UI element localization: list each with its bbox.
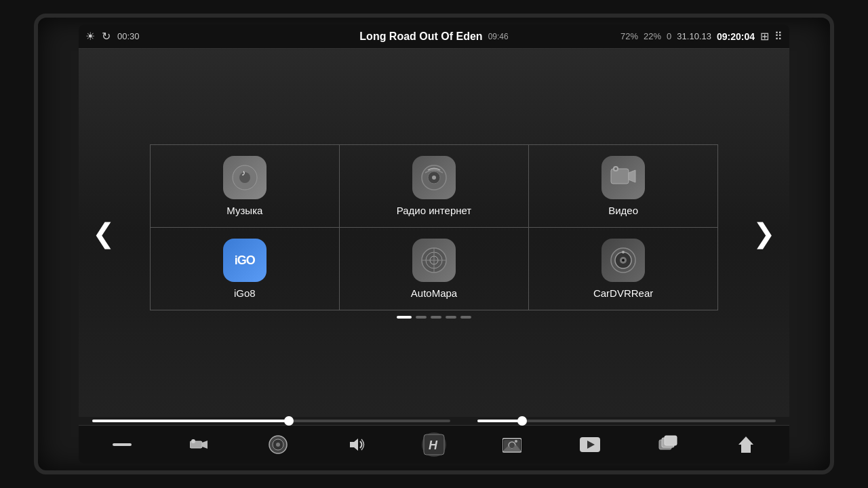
separator-button[interactable] [85, 438, 159, 451]
grid-item-cardvr[interactable]: CarDVRRear [529, 228, 718, 310]
brightness-icon: ☀ [85, 30, 95, 43]
svg-text:H: H [429, 439, 438, 452]
music-label: Музыка [226, 205, 262, 216]
slider-area [79, 417, 789, 425]
page-dot-2 [416, 316, 427, 319]
device-frame: ☀ ↻ 00:30 Long Road Out Of Eden 09:46 72… [34, 14, 834, 474]
video-svg-icon [609, 163, 637, 192]
battery-percent-2: 22% [644, 31, 661, 41]
igo-icon: iGO [223, 239, 267, 282]
track-time: 00:30 [117, 31, 140, 41]
honda-icon: H [422, 432, 446, 457]
grid-status-icon: ⠿ [774, 30, 783, 43]
youtube-button[interactable] [553, 434, 627, 455]
svg-point-9 [614, 167, 617, 170]
svg-point-18 [622, 259, 625, 262]
svg-point-26 [276, 443, 280, 447]
youtube-icon [580, 437, 600, 452]
track-title: Long Road Out Of Eden [359, 30, 482, 43]
status-zero: 0 [667, 31, 671, 41]
speaker-button[interactable] [319, 433, 393, 456]
radio-icon [412, 156, 456, 199]
svg-rect-39 [665, 436, 677, 445]
igo-icon-text: iGO [235, 253, 255, 268]
automap-svg-icon [420, 246, 448, 274]
speaker-icon [346, 436, 366, 453]
svg-point-5 [432, 176, 436, 180]
svg-point-23 [191, 439, 195, 443]
photo-icon [502, 436, 521, 453]
page-dot-4 [446, 316, 456, 319]
video-icon [601, 156, 645, 199]
volume-thumb-2 [517, 416, 527, 426]
svg-rect-6 [611, 169, 629, 184]
home-icon [737, 435, 755, 454]
automap-label: AutoMapa [411, 287, 457, 299]
clock-small: 09:46 [488, 32, 509, 41]
status-bar-left: ☀ ↻ 00:30 [85, 30, 260, 43]
media-source-button[interactable] [163, 434, 237, 455]
windows-icon: ⊞ [760, 30, 769, 43]
page-dot-5 [460, 316, 471, 319]
separator-icon [113, 441, 132, 449]
page-dot-3 [431, 316, 441, 319]
screen: ☀ ↻ 00:30 Long Road Out Of Eden 09:46 72… [79, 24, 789, 464]
eject-icon [268, 434, 288, 455]
automap-icon [412, 239, 456, 282]
page-dot-1 [397, 316, 412, 319]
cardvr-label: CarDVRRear [593, 287, 653, 299]
nav-right-button[interactable]: ❯ [746, 211, 783, 256]
svg-point-19 [622, 251, 625, 253]
cardvr-svg-icon [609, 246, 637, 274]
eject-button[interactable] [241, 432, 315, 458]
radio-label: Радио интернет [397, 205, 472, 216]
app-grid: ♪ Музыка Радио [150, 144, 718, 310]
music-icon: ♪ [223, 156, 267, 199]
repeat-icon: ↻ [102, 30, 111, 43]
volume-slider-2[interactable] [477, 420, 776, 422]
grid-item-video[interactable]: Видео [529, 145, 718, 228]
grid-item-radio[interactable]: Радио интернет [340, 145, 529, 228]
volume-slider-1[interactable] [92, 420, 450, 422]
status-bar: ☀ ↻ 00:30 Long Road Out Of Eden 09:46 72… [79, 24, 789, 49]
apps-button[interactable] [631, 432, 705, 457]
bottom-toolbar: H [79, 425, 789, 464]
status-center: Long Road Out Of Eden 09:46 [260, 30, 608, 43]
photo-button[interactable] [475, 434, 549, 455]
battery-percent-1: 72% [620, 31, 638, 41]
video-label: Видео [608, 205, 638, 216]
cardvr-icon [601, 239, 645, 282]
svg-marker-22 [202, 441, 208, 449]
page-indicators [397, 316, 471, 319]
svg-marker-7 [629, 170, 635, 182]
svg-rect-20 [113, 443, 132, 446]
honda-button[interactable]: H [397, 430, 471, 460]
status-date: 31.10.13 [677, 31, 711, 41]
status-right: 72% 22% 0 31.10.13 09:20:04 ⊞ ⠿ [608, 30, 783, 43]
home-button[interactable] [709, 432, 783, 457]
apps-icon [658, 435, 677, 454]
grid-item-automap[interactable]: AutoMapa [340, 228, 529, 310]
honda-svg-icon: H [423, 434, 445, 455]
svg-marker-27 [350, 439, 358, 451]
grid-item-igo[interactable]: iGO iGo8 [151, 228, 340, 310]
status-clock: 09:20:04 [717, 31, 755, 42]
main-content: ❮ ♪ Музыка [79, 49, 789, 417]
volume-thumb-1 [284, 416, 294, 426]
igo-label: iGo8 [234, 287, 256, 299]
radio-svg-icon [420, 163, 448, 192]
volume-fill-1 [92, 420, 289, 422]
volume-fill-2 [477, 420, 522, 422]
music-svg-icon: ♪ [231, 164, 258, 191]
nav-left-button[interactable]: ❮ [85, 211, 122, 256]
grid-item-music[interactable]: ♪ Музыка [151, 145, 340, 228]
svg-text:♪: ♪ [241, 168, 245, 178]
media-source-icon [190, 437, 210, 452]
svg-marker-40 [738, 436, 753, 453]
svg-point-33 [515, 440, 517, 443]
